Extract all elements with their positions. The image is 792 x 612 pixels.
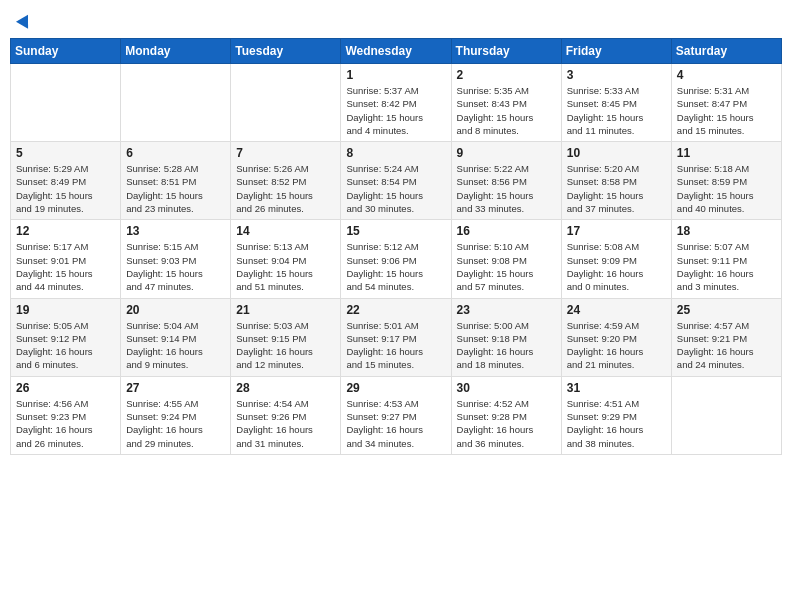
calendar-cell: 28Sunrise: 4:54 AM Sunset: 9:26 PM Dayli…: [231, 376, 341, 454]
day-info: Sunrise: 5:28 AM Sunset: 8:51 PM Dayligh…: [126, 162, 225, 215]
day-info: Sunrise: 4:51 AM Sunset: 9:29 PM Dayligh…: [567, 397, 666, 450]
day-number: 12: [16, 224, 115, 238]
day-info: Sunrise: 4:57 AM Sunset: 9:21 PM Dayligh…: [677, 319, 776, 372]
day-number: 25: [677, 303, 776, 317]
calendar-cell: 6Sunrise: 5:28 AM Sunset: 8:51 PM Daylig…: [121, 142, 231, 220]
calendar-cell: [11, 64, 121, 142]
day-info: Sunrise: 5:24 AM Sunset: 8:54 PM Dayligh…: [346, 162, 445, 215]
calendar-cell: 25Sunrise: 4:57 AM Sunset: 9:21 PM Dayli…: [671, 298, 781, 376]
day-info: Sunrise: 5:03 AM Sunset: 9:15 PM Dayligh…: [236, 319, 335, 372]
day-number: 1: [346, 68, 445, 82]
page: SundayMondayTuesdayWednesdayThursdayFrid…: [0, 0, 792, 612]
day-info: Sunrise: 5:13 AM Sunset: 9:04 PM Dayligh…: [236, 240, 335, 293]
calendar-cell: 15Sunrise: 5:12 AM Sunset: 9:06 PM Dayli…: [341, 220, 451, 298]
calendar-cell: 18Sunrise: 5:07 AM Sunset: 9:11 PM Dayli…: [671, 220, 781, 298]
day-info: Sunrise: 5:04 AM Sunset: 9:14 PM Dayligh…: [126, 319, 225, 372]
day-number: 31: [567, 381, 666, 395]
calendar-cell: 13Sunrise: 5:15 AM Sunset: 9:03 PM Dayli…: [121, 220, 231, 298]
day-number: 24: [567, 303, 666, 317]
calendar-cell: [121, 64, 231, 142]
day-info: Sunrise: 5:15 AM Sunset: 9:03 PM Dayligh…: [126, 240, 225, 293]
day-info: Sunrise: 5:22 AM Sunset: 8:56 PM Dayligh…: [457, 162, 556, 215]
day-info: Sunrise: 5:01 AM Sunset: 9:17 PM Dayligh…: [346, 319, 445, 372]
day-info: Sunrise: 4:54 AM Sunset: 9:26 PM Dayligh…: [236, 397, 335, 450]
day-number: 16: [457, 224, 556, 238]
calendar-cell: 7Sunrise: 5:26 AM Sunset: 8:52 PM Daylig…: [231, 142, 341, 220]
day-number: 21: [236, 303, 335, 317]
calendar-week-row: 5Sunrise: 5:29 AM Sunset: 8:49 PM Daylig…: [11, 142, 782, 220]
calendar-cell: 26Sunrise: 4:56 AM Sunset: 9:23 PM Dayli…: [11, 376, 121, 454]
day-number: 15: [346, 224, 445, 238]
logo-icon: [16, 11, 34, 28]
day-number: 27: [126, 381, 225, 395]
day-number: 11: [677, 146, 776, 160]
calendar-cell: [671, 376, 781, 454]
day-info: Sunrise: 4:55 AM Sunset: 9:24 PM Dayligh…: [126, 397, 225, 450]
day-number: 18: [677, 224, 776, 238]
calendar-cell: 29Sunrise: 4:53 AM Sunset: 9:27 PM Dayli…: [341, 376, 451, 454]
day-info: Sunrise: 5:26 AM Sunset: 8:52 PM Dayligh…: [236, 162, 335, 215]
day-info: Sunrise: 4:53 AM Sunset: 9:27 PM Dayligh…: [346, 397, 445, 450]
calendar-cell: 11Sunrise: 5:18 AM Sunset: 8:59 PM Dayli…: [671, 142, 781, 220]
day-number: 7: [236, 146, 335, 160]
weekday-header-tuesday: Tuesday: [231, 39, 341, 64]
weekday-header-thursday: Thursday: [451, 39, 561, 64]
calendar-cell: 20Sunrise: 5:04 AM Sunset: 9:14 PM Dayli…: [121, 298, 231, 376]
calendar-cell: 5Sunrise: 5:29 AM Sunset: 8:49 PM Daylig…: [11, 142, 121, 220]
calendar-body: 1Sunrise: 5:37 AM Sunset: 8:42 PM Daylig…: [11, 64, 782, 455]
day-info: Sunrise: 5:37 AM Sunset: 8:42 PM Dayligh…: [346, 84, 445, 137]
day-info: Sunrise: 5:18 AM Sunset: 8:59 PM Dayligh…: [677, 162, 776, 215]
day-info: Sunrise: 5:31 AM Sunset: 8:47 PM Dayligh…: [677, 84, 776, 137]
day-info: Sunrise: 5:17 AM Sunset: 9:01 PM Dayligh…: [16, 240, 115, 293]
weekday-header-monday: Monday: [121, 39, 231, 64]
day-number: 8: [346, 146, 445, 160]
calendar-cell: 24Sunrise: 4:59 AM Sunset: 9:20 PM Dayli…: [561, 298, 671, 376]
day-info: Sunrise: 5:12 AM Sunset: 9:06 PM Dayligh…: [346, 240, 445, 293]
calendar-cell: 23Sunrise: 5:00 AM Sunset: 9:18 PM Dayli…: [451, 298, 561, 376]
day-number: 6: [126, 146, 225, 160]
calendar-cell: 21Sunrise: 5:03 AM Sunset: 9:15 PM Dayli…: [231, 298, 341, 376]
calendar-table: SundayMondayTuesdayWednesdayThursdayFrid…: [10, 38, 782, 455]
day-info: Sunrise: 4:52 AM Sunset: 9:28 PM Dayligh…: [457, 397, 556, 450]
weekday-header-row: SundayMondayTuesdayWednesdayThursdayFrid…: [11, 39, 782, 64]
day-info: Sunrise: 5:07 AM Sunset: 9:11 PM Dayligh…: [677, 240, 776, 293]
calendar-cell: [231, 64, 341, 142]
day-info: Sunrise: 5:10 AM Sunset: 9:08 PM Dayligh…: [457, 240, 556, 293]
day-number: 29: [346, 381, 445, 395]
day-info: Sunrise: 5:29 AM Sunset: 8:49 PM Dayligh…: [16, 162, 115, 215]
weekday-header-friday: Friday: [561, 39, 671, 64]
day-info: Sunrise: 5:08 AM Sunset: 9:09 PM Dayligh…: [567, 240, 666, 293]
day-number: 2: [457, 68, 556, 82]
header: [10, 10, 782, 30]
calendar-cell: 16Sunrise: 5:10 AM Sunset: 9:08 PM Dayli…: [451, 220, 561, 298]
calendar-cell: 27Sunrise: 4:55 AM Sunset: 9:24 PM Dayli…: [121, 376, 231, 454]
calendar-cell: 12Sunrise: 5:17 AM Sunset: 9:01 PM Dayli…: [11, 220, 121, 298]
day-info: Sunrise: 4:59 AM Sunset: 9:20 PM Dayligh…: [567, 319, 666, 372]
day-number: 20: [126, 303, 225, 317]
weekday-header-wednesday: Wednesday: [341, 39, 451, 64]
calendar-cell: 31Sunrise: 4:51 AM Sunset: 9:29 PM Dayli…: [561, 376, 671, 454]
calendar-cell: 14Sunrise: 5:13 AM Sunset: 9:04 PM Dayli…: [231, 220, 341, 298]
day-number: 5: [16, 146, 115, 160]
day-number: 14: [236, 224, 335, 238]
weekday-header-saturday: Saturday: [671, 39, 781, 64]
calendar-cell: 8Sunrise: 5:24 AM Sunset: 8:54 PM Daylig…: [341, 142, 451, 220]
day-info: Sunrise: 5:00 AM Sunset: 9:18 PM Dayligh…: [457, 319, 556, 372]
day-number: 23: [457, 303, 556, 317]
day-number: 17: [567, 224, 666, 238]
day-info: Sunrise: 5:05 AM Sunset: 9:12 PM Dayligh…: [16, 319, 115, 372]
day-number: 4: [677, 68, 776, 82]
day-number: 26: [16, 381, 115, 395]
day-number: 3: [567, 68, 666, 82]
day-number: 30: [457, 381, 556, 395]
day-number: 13: [126, 224, 225, 238]
weekday-header-sunday: Sunday: [11, 39, 121, 64]
calendar-cell: 3Sunrise: 5:33 AM Sunset: 8:45 PM Daylig…: [561, 64, 671, 142]
calendar-week-row: 19Sunrise: 5:05 AM Sunset: 9:12 PM Dayli…: [11, 298, 782, 376]
day-number: 19: [16, 303, 115, 317]
day-info: Sunrise: 4:56 AM Sunset: 9:23 PM Dayligh…: [16, 397, 115, 450]
calendar-week-row: 1Sunrise: 5:37 AM Sunset: 8:42 PM Daylig…: [11, 64, 782, 142]
calendar-cell: 2Sunrise: 5:35 AM Sunset: 8:43 PM Daylig…: [451, 64, 561, 142]
day-number: 10: [567, 146, 666, 160]
calendar-week-row: 26Sunrise: 4:56 AM Sunset: 9:23 PM Dayli…: [11, 376, 782, 454]
